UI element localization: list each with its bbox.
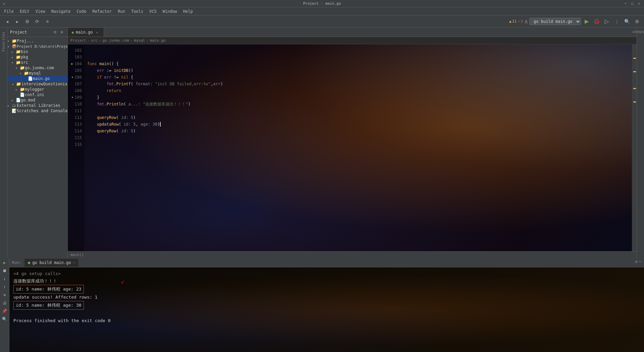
cursor (160, 122, 161, 127)
code-line-116 (85, 141, 632, 148)
menu-file[interactable]: File (1, 8, 16, 14)
run-config-select[interactable]: go build main.go (529, 18, 581, 25)
paren-close5: ) (133, 128, 136, 134)
tree-item-gojunmu[interactable]: ▾ 📁 go.junmu.com (7, 65, 67, 71)
breadcrumb: Project › src › go.junmu.com › mysql › m… (68, 37, 637, 44)
coverage-button[interactable]: ▷ (602, 17, 611, 26)
maximize-btn[interactable]: □ (630, 1, 635, 6)
run-tab[interactable]: ● go build main.go ✕ (24, 259, 78, 267)
line-num-105: 105 (68, 67, 85, 74)
var-err: err (97, 67, 104, 74)
breadcrumb-mysql[interactable]: mysql (134, 38, 145, 43)
app-icon: ✦ (3, 1, 5, 6)
stop-tool-btn[interactable]: ⏹ (1, 267, 8, 274)
scroll-up-btn[interactable]: ↑ (1, 283, 8, 290)
wrap-btn[interactable]: ≡ (1, 292, 8, 298)
forward-btn[interactable]: ▸ (13, 17, 21, 26)
tree-item-confini[interactable]: ▸ 📄 conf.ini (7, 92, 67, 97)
tree-item-scratches[interactable]: 📝 Scratches and Consoles (7, 108, 67, 114)
menu-tools[interactable]: Tools (128, 8, 146, 14)
param-label-a: a...: (128, 101, 143, 107)
file-tree: ▾ 📁 Proj... ▾ 📦 Project D:\Go\src\Projec… (7, 37, 67, 258)
menu-refactor[interactable]: Refactor (90, 8, 114, 14)
run-tab-close[interactable]: ✕ (73, 261, 75, 264)
config-btn[interactable]: ≡ (43, 17, 52, 26)
tree-item-src[interactable]: ▾ 📁 src (7, 60, 67, 65)
line-num-107: 107 (68, 81, 85, 87)
settings-btn[interactable]: ⚙ (23, 17, 32, 26)
gutter-warning-2 (633, 71, 636, 72)
favorites-tab[interactable]: Favorites (1, 29, 6, 54)
tree-item-bin[interactable]: ▸ 📁 bin (7, 49, 67, 54)
tree-item-pkg[interactable]: ▸ 📁 pkg (7, 54, 67, 60)
breadcrumb-gojunmu[interactable]: go.junmu.com (102, 38, 129, 43)
menu-navigate[interactable]: Navigate (49, 8, 73, 14)
debug-button[interactable]: 🐞 (592, 17, 601, 26)
tab-close-btn[interactable]: ✕ (95, 30, 100, 35)
menu-edit[interactable]: Edit (17, 8, 32, 14)
keyword-func: func (87, 60, 99, 67)
bottom-panel-controls: ⚙ ─ (635, 259, 641, 264)
more-run-btn[interactable]: ⋮ (612, 17, 621, 26)
database-tab[interactable]: Database (638, 29, 644, 35)
sync-btn[interactable]: ⟳ (33, 17, 42, 26)
go-file-icon: 📄 (28, 76, 33, 81)
tree-item-project-root[interactable]: ▾ 📦 Project D:\Go\src\Project (7, 44, 67, 49)
pin-btn[interactable]: 📌 (1, 308, 8, 314)
tree-item-gomod[interactable]: ▸ 📄 go.mod (7, 97, 67, 103)
paren-d: ( (116, 128, 121, 134)
expand-btn[interactable]: ∧ (524, 18, 528, 25)
filter-btn[interactable]: 🔍 (1, 316, 8, 322)
menu-window[interactable]: Window (160, 8, 180, 14)
tree-item-mysql[interactable]: ▾ 📁 mysql (7, 71, 67, 76)
param-id2: id: (123, 121, 133, 128)
code-line-114: queryRow ( id: 5 ) (85, 128, 632, 134)
global-settings-btn[interactable]: ⚙ (633, 17, 641, 26)
settings-console-btn[interactable]: ⚙ (635, 259, 638, 264)
tab-main-go[interactable]: ● main.go ✕ (68, 28, 104, 37)
setup-calls-text: <4 go setup calls> (13, 271, 61, 276)
dot2: . (104, 101, 107, 107)
kw-if: if (97, 74, 104, 81)
breadcrumb-project[interactable]: Project (70, 38, 86, 43)
line-num-104: ▶ 104 (68, 60, 85, 67)
line-numbers: 102 103 ▶ 104 105 ◈ 106 107 108 ◈ (68, 44, 85, 251)
close-btn[interactable]: ✕ (637, 1, 641, 6)
console-line-query2: id: 5 name: 林伟程 age: 30 (13, 301, 640, 310)
paren-close4: ) (158, 121, 160, 128)
func-queryrow2: queryRow (97, 128, 116, 134)
breadcrumb-maingo[interactable]: main.go (150, 38, 165, 43)
run-button[interactable]: ▶ (582, 17, 591, 26)
func-printf: Printf (116, 81, 131, 87)
menu-code[interactable]: Code (74, 8, 89, 14)
minimize-btn[interactable]: ─ (623, 1, 628, 6)
code-content[interactable]: func main () { err := initDB () (85, 44, 632, 251)
print-btn[interactable]: 🖨 (1, 300, 8, 306)
right-sidebar: Database (637, 28, 644, 258)
tree-label: go.mod (21, 98, 67, 102)
tree-item-interview[interactable]: ▸ 📁 interviewQuestionis (7, 81, 67, 87)
tree-item-main-go[interactable]: ▸ 📄 main.go (7, 76, 67, 81)
breadcrumb-src[interactable]: src (91, 38, 98, 43)
connect-success-text: 连接数据库成功！！！ (13, 277, 57, 285)
libs-icon: 🗂 (11, 103, 17, 108)
code-line-105: err := initDB () (85, 67, 632, 74)
close-console-btn[interactable]: ─ (639, 259, 641, 264)
search-toolbar-btn[interactable]: 🔍 (623, 17, 631, 26)
paren: ( (131, 81, 136, 87)
ini-file-icon: 📄 (19, 92, 25, 97)
sidebar-settings-btn[interactable]: ⚙ (59, 29, 65, 35)
sidebar-collapse-btn[interactable]: ⊟ (52, 29, 58, 35)
menu-view[interactable]: View (33, 8, 48, 14)
run-label: Run: (12, 260, 22, 265)
menu-help[interactable]: Help (180, 8, 196, 14)
tree-item-mylogger[interactable]: ▸ 📁 mylogger (7, 87, 67, 92)
run-tool-btn[interactable]: ▶ (1, 259, 8, 266)
menu-run[interactable]: Run (115, 8, 128, 14)
scroll-down-btn[interactable]: ↓ (1, 275, 8, 282)
tree-item-extlibs[interactable]: ▸ 🗂 External Libraries (7, 103, 67, 108)
footer-function: main() (70, 253, 84, 257)
tree-item-proj[interactable]: ▾ 📁 Proj... (7, 38, 67, 44)
menu-vcs[interactable]: VCS (147, 8, 159, 14)
back-btn[interactable]: ◂ (3, 17, 11, 26)
